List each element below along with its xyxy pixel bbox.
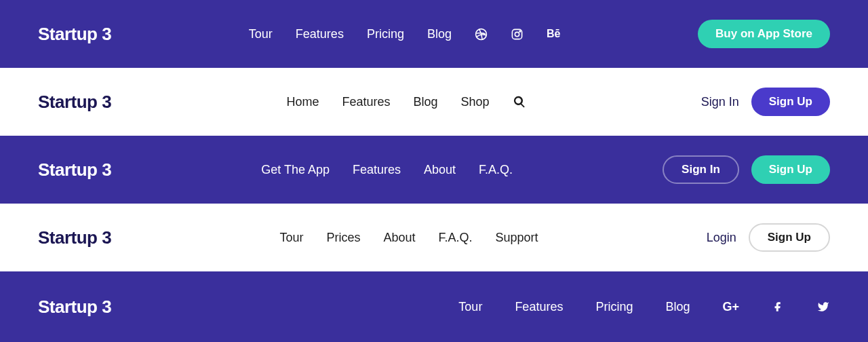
nav-link-blog[interactable]: Blog xyxy=(413,95,437,109)
nav-link-features[interactable]: Features xyxy=(296,27,344,41)
brand-logo[interactable]: Startup 3 xyxy=(38,24,111,45)
instagram-icon[interactable] xyxy=(511,28,524,41)
nav-link-pricing[interactable]: Pricing xyxy=(595,300,633,314)
nav-links: Home Features Blog Shop xyxy=(111,95,701,109)
login-link[interactable]: Login xyxy=(707,231,736,245)
navbar-variant-4: Startup 3 Tour Prices About F.A.Q. Suppo… xyxy=(0,204,868,271)
navbar-variant-3: Startup 3 Get The App Features About F.A… xyxy=(0,136,868,204)
nav-links: Get The App Features About F.A.Q. xyxy=(111,163,663,177)
sign-in-link[interactable]: Sign In xyxy=(701,95,739,109)
search-icon[interactable] xyxy=(513,95,526,109)
buy-app-store-button[interactable]: Buy on App Store xyxy=(698,20,830,48)
nav-link-faq[interactable]: F.A.Q. xyxy=(479,163,513,177)
svg-point-3 xyxy=(519,31,521,32)
nav-links: Tour Prices About F.A.Q. Support xyxy=(111,231,707,245)
nav-link-shop[interactable]: Shop xyxy=(460,95,489,109)
nav-link-features[interactable]: Features xyxy=(515,300,563,314)
nav-link-tour[interactable]: Tour xyxy=(249,27,273,41)
nav-link-get-the-app[interactable]: Get The App xyxy=(261,163,330,177)
brand-logo[interactable]: Startup 3 xyxy=(38,159,111,180)
nav-link-features[interactable]: Features xyxy=(353,163,401,177)
svg-point-2 xyxy=(515,32,519,36)
nav-actions: Buy on App Store xyxy=(698,20,830,48)
nav-link-about[interactable]: About xyxy=(424,163,456,177)
navbar-variant-1: Startup 3 Tour Features Pricing Blog Bē … xyxy=(0,0,868,68)
brand-logo[interactable]: Startup 3 xyxy=(38,297,111,318)
nav-actions: Login Sign Up xyxy=(707,223,830,252)
sign-up-button[interactable]: Sign Up xyxy=(749,223,830,252)
twitter-icon[interactable] xyxy=(816,301,830,313)
nav-link-tour[interactable]: Tour xyxy=(458,300,482,314)
navbar-variant-5: Startup 3 Tour Features Pricing Blog G+ xyxy=(0,271,868,342)
nav-link-pricing[interactable]: Pricing xyxy=(367,27,404,41)
dribbble-icon[interactable] xyxy=(475,28,488,41)
nav-links: Tour Features Pricing Blog G+ xyxy=(111,300,830,314)
nav-link-blog[interactable]: Blog xyxy=(665,300,690,314)
brand-logo[interactable]: Startup 3 xyxy=(38,92,111,113)
nav-links: Tour Features Pricing Blog Bē xyxy=(111,27,698,41)
nav-link-tour[interactable]: Tour xyxy=(279,231,303,245)
nav-link-blog[interactable]: Blog xyxy=(427,27,452,41)
sign-up-button[interactable]: Sign Up xyxy=(751,88,830,116)
nav-link-home[interactable]: Home xyxy=(286,95,319,109)
facebook-icon[interactable] xyxy=(772,301,784,313)
nav-actions: Sign In Sign Up xyxy=(701,88,830,116)
nav-link-about[interactable]: About xyxy=(383,231,415,245)
sign-up-button[interactable]: Sign Up xyxy=(751,155,830,184)
brand-logo[interactable]: Startup 3 xyxy=(38,227,111,248)
nav-link-features[interactable]: Features xyxy=(342,95,390,109)
google-plus-icon[interactable]: G+ xyxy=(722,300,739,314)
nav-link-prices[interactable]: Prices xyxy=(326,231,360,245)
nav-actions: Sign In Sign Up xyxy=(663,155,830,184)
behance-icon[interactable]: Bē xyxy=(547,28,560,40)
sign-in-button[interactable]: Sign In xyxy=(663,155,739,184)
navbar-variant-2: Startup 3 Home Features Blog Shop Sign I… xyxy=(0,68,868,136)
nav-link-support[interactable]: Support xyxy=(495,231,538,245)
nav-link-faq[interactable]: F.A.Q. xyxy=(438,231,472,245)
